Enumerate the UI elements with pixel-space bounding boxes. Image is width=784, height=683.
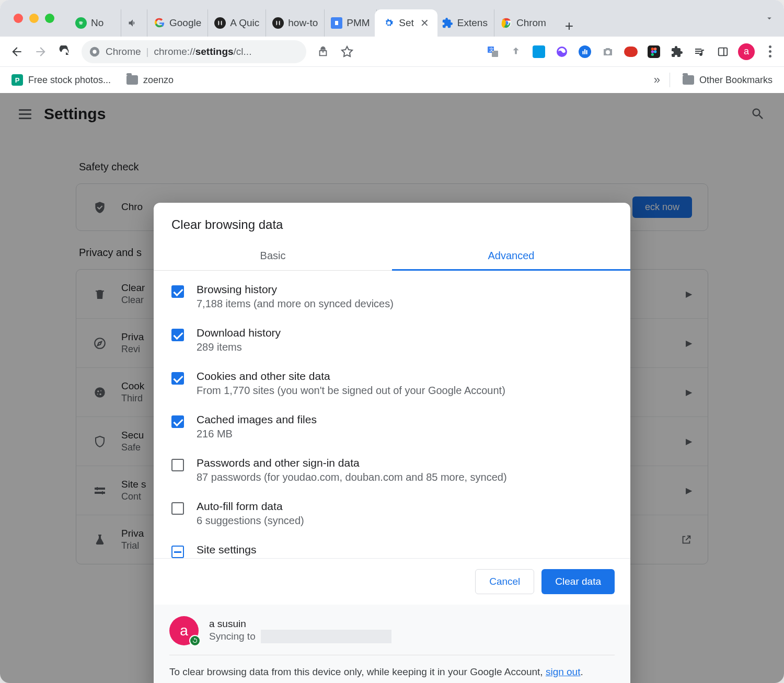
address-bar[interactable]: Chrome | chrome://settings/cl... bbox=[82, 40, 306, 63]
svg-point-4 bbox=[93, 50, 96, 53]
item-autofill: Auto-fill form data6 suggestions (synced… bbox=[171, 492, 613, 535]
item-browsing-history: Browsing history7,188 items (and more on… bbox=[171, 275, 613, 318]
svg-point-10 bbox=[651, 50, 654, 53]
translate-icon[interactable]: 文 bbox=[485, 44, 501, 60]
tab-pmm[interactable]: PMM bbox=[325, 9, 377, 37]
tab-chrome[interactable]: Chrom bbox=[494, 9, 552, 37]
svg-text:文: 文 bbox=[489, 47, 494, 52]
dialog-actions: Cancel Clear data bbox=[154, 558, 630, 605]
item-cookies: Cookies and other site dataFrom 1,770 si… bbox=[171, 362, 613, 405]
item-cached: Cached images and files216 MB bbox=[171, 405, 613, 448]
tab-label: PMM bbox=[347, 17, 370, 29]
syncing-label: Syncing to bbox=[209, 631, 256, 642]
svg-rect-0 bbox=[335, 21, 338, 25]
tab-muted[interactable] bbox=[121, 9, 147, 37]
close-window-button[interactable] bbox=[14, 14, 23, 23]
other-bookmarks-button[interactable]: Other Bookmarks bbox=[679, 73, 776, 88]
profile-avatar[interactable]: a bbox=[738, 43, 755, 60]
cancel-button[interactable]: Cancel bbox=[475, 569, 534, 594]
dialog-title: Clear browsing data bbox=[154, 203, 630, 242]
ext2-icon[interactable] bbox=[554, 44, 570, 60]
user-name: a susuin bbox=[209, 618, 391, 630]
svg-point-11 bbox=[654, 50, 656, 53]
forward-button[interactable] bbox=[30, 41, 51, 62]
doc-icon bbox=[331, 17, 342, 29]
tab-howto[interactable]: how-to bbox=[266, 9, 325, 37]
bookmark-pexels[interactable]: P Free stock photos... bbox=[8, 72, 114, 88]
checkbox[interactable] bbox=[171, 329, 184, 341]
sign-out-link[interactable]: sign out bbox=[546, 666, 581, 677]
chrome-secure-icon bbox=[89, 46, 100, 57]
masked-email bbox=[261, 630, 391, 643]
extension-icon bbox=[442, 17, 453, 29]
upload-icon[interactable] bbox=[508, 44, 524, 60]
item-site-settings: Site settings bbox=[171, 535, 613, 558]
tab-google[interactable]: Google bbox=[147, 9, 208, 37]
bookmark-label: Free stock photos... bbox=[28, 75, 111, 86]
minimize-window-button[interactable] bbox=[29, 14, 39, 23]
checkbox[interactable] bbox=[171, 459, 184, 471]
ext1-icon[interactable] bbox=[531, 44, 547, 60]
bookmarks-overflow-button[interactable]: » bbox=[654, 73, 660, 87]
new-tab-button[interactable]: + bbox=[559, 16, 580, 37]
item-download-history: Download history289 items bbox=[171, 318, 613, 362]
toolbar: Chrome | chrome://settings/cl... 文 a bbox=[0, 37, 784, 67]
bookmark-zoenzo[interactable]: zoenzo bbox=[123, 73, 177, 88]
bookmark-label: Other Bookmarks bbox=[699, 75, 773, 86]
figma-icon[interactable] bbox=[646, 44, 662, 60]
extensions-puzzle-icon[interactable] bbox=[669, 44, 685, 60]
window-titlebar: No Google A Quic how-to PMM bbox=[0, 0, 784, 37]
bookmark-label: zoenzo bbox=[143, 75, 174, 86]
tab-basic[interactable]: Basic bbox=[154, 242, 392, 270]
tab-label: Set bbox=[399, 17, 414, 29]
sync-info: a a susuin Syncing to bbox=[169, 616, 615, 655]
playlist-icon[interactable] bbox=[692, 44, 708, 60]
user-avatar: a bbox=[169, 616, 199, 645]
bookmarks-bar: P Free stock photos... zoenzo » Other Bo… bbox=[0, 67, 784, 93]
dialog-tabs: Basic Advanced bbox=[154, 242, 630, 271]
checkbox[interactable] bbox=[171, 372, 184, 385]
dialog-item-list[interactable]: Browsing history7,188 items (and more on… bbox=[154, 271, 630, 558]
fullscreen-window-button[interactable] bbox=[45, 14, 54, 23]
close-tab-icon[interactable]: ✕ bbox=[420, 17, 429, 29]
camera-icon[interactable] bbox=[600, 44, 616, 60]
tab-spotify[interactable]: No bbox=[69, 9, 121, 37]
checkbox[interactable] bbox=[171, 415, 184, 428]
separator bbox=[670, 73, 670, 87]
gear-icon bbox=[383, 17, 395, 29]
tab-quick[interactable]: A Quic bbox=[208, 9, 266, 37]
kebab-menu-button[interactable] bbox=[762, 44, 778, 60]
tab-strip: No Google A Quic how-to PMM bbox=[69, 0, 759, 37]
bookmark-star-button[interactable] bbox=[337, 41, 358, 62]
pexels-icon: P bbox=[11, 74, 23, 86]
checkbox[interactable] bbox=[171, 285, 184, 298]
notion-icon bbox=[214, 17, 226, 29]
reload-button[interactable] bbox=[54, 41, 75, 62]
url-prefix: Chrome bbox=[106, 46, 141, 57]
tab-settings[interactable]: Set ✕ bbox=[377, 9, 435, 37]
tab-extensions[interactable]: Extens bbox=[435, 9, 494, 37]
share-button[interactable] bbox=[313, 41, 333, 62]
svg-point-9 bbox=[654, 48, 656, 50]
checkbox[interactable] bbox=[171, 502, 184, 515]
tab-label: No bbox=[91, 17, 103, 29]
folder-icon bbox=[126, 75, 138, 85]
checkbox[interactable] bbox=[171, 546, 184, 558]
tab-label: Extens bbox=[457, 17, 488, 29]
chrome-icon bbox=[501, 17, 512, 29]
tabs-overflow-button[interactable] bbox=[759, 8, 780, 29]
signout-note: To clear browsing data from this device … bbox=[169, 665, 615, 680]
back-button[interactable] bbox=[6, 41, 27, 62]
svg-rect-13 bbox=[719, 48, 728, 55]
mute-icon bbox=[128, 18, 138, 28]
tab-label: Google bbox=[169, 17, 201, 29]
sidepanel-icon[interactable] bbox=[715, 44, 731, 60]
notion-icon bbox=[272, 17, 284, 29]
ext-red-icon[interactable] bbox=[623, 44, 639, 60]
clear-data-button[interactable]: Clear data bbox=[541, 569, 615, 594]
ext3-icon[interactable] bbox=[577, 44, 593, 60]
folder-icon bbox=[683, 75, 694, 85]
tab-advanced[interactable]: Advanced bbox=[392, 242, 630, 271]
tab-label: how-to bbox=[288, 17, 318, 29]
window-controls bbox=[0, 14, 64, 23]
